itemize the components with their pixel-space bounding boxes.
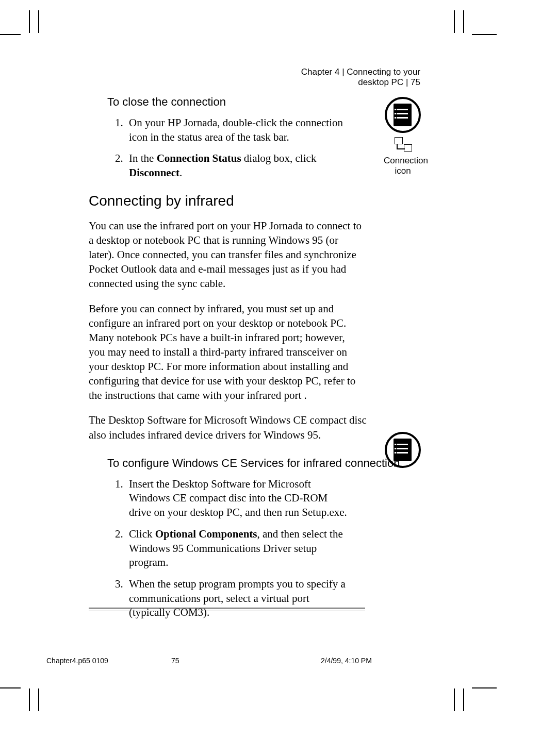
body-paragraph: The Desktop Software for Microsoft Windo… — [89, 413, 378, 442]
steps-configure: Insert the Desktop Software for Microsof… — [89, 477, 423, 620]
step-text: Click — [129, 528, 155, 540]
footer: Chapter4.p65 0109 75 2/4/99, 4:10 PM — [46, 657, 449, 665]
body-paragraph: You can use the infrared port on your HP… — [89, 219, 362, 291]
subheading-configure: To configure Windows CE Services for inf… — [107, 457, 423, 470]
crop-mark — [29, 688, 30, 711]
footer-page: 75 — [171, 657, 321, 665]
step-bold: Optional Components — [155, 528, 257, 540]
page-header: Chapter 4 | Connecting to your desktop P… — [278, 67, 420, 88]
step-text: dialog box, click — [241, 152, 317, 164]
divider — [89, 608, 365, 611]
body-paragraph: Before you can connect by infrared, you … — [89, 301, 362, 403]
step-item: In the Connection Status dialog box, cli… — [126, 152, 351, 180]
step-text: On your HP Jornada, double-click the con… — [129, 116, 343, 143]
footer-datetime: 2/4/99, 4:10 PM — [321, 657, 449, 665]
footer-file: Chapter4.p65 0109 — [46, 657, 171, 665]
crop-mark — [38, 688, 39, 711]
crop-mark — [463, 10, 464, 33]
crop-mark — [472, 687, 497, 688]
steps-close-connection: On your HP Jornada, double-click the con… — [89, 116, 423, 180]
crop-mark — [29, 10, 30, 33]
step-bold: Connection Status — [157, 152, 241, 164]
step-item: On your HP Jornada, double-click the con… — [126, 116, 351, 144]
crop-mark — [38, 10, 39, 33]
step-bold: Disconnect — [129, 166, 179, 179]
step-item: Click Optional Components, and then sele… — [126, 527, 351, 570]
step-text: Insert the Desktop Software for Microsof… — [129, 478, 347, 518]
subheading-close-connection: To close the connection — [107, 95, 423, 109]
crop-mark — [472, 34, 497, 35]
crop-mark — [0, 34, 21, 35]
step-text: In the — [129, 152, 157, 164]
crop-mark — [463, 688, 464, 711]
crop-mark — [454, 688, 455, 711]
step-text: When the setup program prompts you to sp… — [129, 578, 346, 618]
step-text: . — [179, 166, 182, 179]
step-item: When the setup program prompts you to sp… — [126, 577, 351, 620]
crop-mark — [454, 10, 455, 33]
crop-mark — [0, 687, 21, 688]
step-item: Insert the Desktop Software for Microsof… — [126, 477, 351, 520]
section-heading-infrared: Connecting by infrared — [89, 193, 423, 209]
